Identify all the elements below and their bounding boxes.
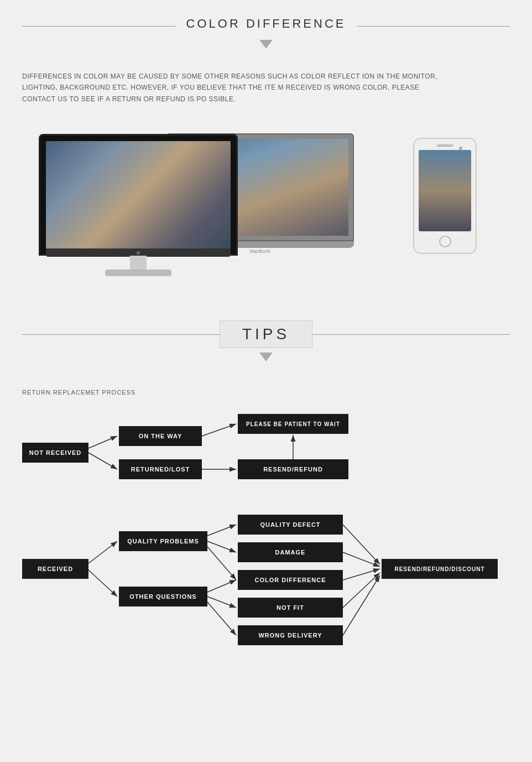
process-title: RETURN REPLACEMET PROCESS	[22, 389, 510, 396]
monitor-device: Jojo-m 50% Werde-on-Chair 10% Chel	[39, 134, 238, 276]
monitor-stand-neck	[130, 256, 147, 269]
box-not-received: NOT RECEIVED	[22, 443, 88, 463]
svg-rect-9	[92, 211, 131, 217]
svg-text:10%: 10%	[154, 205, 162, 209]
svg-rect-30	[433, 209, 456, 212]
svg-rect-24	[419, 150, 471, 231]
monitor-screen: Jojo-m 50% Werde-on-Chair 10% Chel	[46, 141, 231, 248]
box-resend-refund-discount: RESEND/REFUND/DISCOUNT	[382, 559, 498, 579]
box-other-questions: OTHER QUESTIONS	[119, 587, 207, 607]
box-quality-defect: QUALITY DEFECT	[238, 515, 343, 535]
svg-rect-1	[46, 141, 154, 248]
box-please-be-patient: PLEASE BE PATIENT TO WAIT	[238, 414, 348, 434]
svg-rect-29	[450, 170, 455, 180]
monitor-stand-base	[105, 269, 171, 276]
svg-point-25	[424, 150, 466, 210]
box-not-fit: NOT FIT	[238, 598, 343, 618]
svg-line-45	[343, 525, 380, 564]
color-diff-arrow-icon	[259, 40, 273, 49]
phone-speaker-icon	[437, 144, 453, 147]
phone-home-button	[439, 236, 451, 248]
devices-section: Jojo-m 50% Werde-on-Chair 10% Chel	[22, 121, 510, 276]
svg-line-37	[88, 541, 117, 563]
flow-diagram: NOT RECEIVED RECEIVED ON THE WAY RETURNE…	[22, 409, 510, 642]
monitor-image: Jojo-m 50% Werde-on-Chair 10% Chel	[46, 141, 231, 248]
svg-rect-4	[92, 170, 131, 225]
svg-line-40	[207, 541, 236, 552]
phone-device	[413, 138, 477, 254]
svg-rect-27	[434, 170, 455, 214]
svg-line-32	[88, 436, 117, 448]
tips-arrow-icon	[259, 353, 273, 361]
svg-line-43	[207, 597, 236, 608]
svg-line-46	[343, 552, 380, 567]
tips-line-right	[312, 334, 510, 335]
svg-point-3	[97, 142, 124, 172]
color-difference-header: COLOR DIFFERENCE	[22, 17, 510, 35]
svg-line-42	[207, 580, 236, 592]
tips-title: TIPS	[220, 320, 312, 348]
box-damage: DAMAGE	[238, 542, 343, 562]
svg-line-34	[202, 424, 236, 436]
svg-text:Werde-on-Chair: Werde-on-Chair	[154, 197, 181, 201]
svg-point-2	[57, 141, 144, 239]
page-container: COLOR DIFFERENCE DIFFERENCES IN COLOR MA…	[0, 0, 532, 664]
svg-line-39	[207, 525, 236, 536]
phone-image	[419, 150, 471, 231]
svg-text:50%: 50%	[154, 189, 162, 193]
svg-line-33	[88, 453, 117, 469]
box-color-difference: COLOR DIFFERENCE	[238, 570, 343, 590]
phone-body	[413, 138, 477, 254]
header-line-left	[22, 26, 175, 27]
svg-rect-6	[127, 170, 138, 186]
color-diff-description: DIFFERENCES IN COLOR MAY BE CAUSED BY SO…	[22, 71, 453, 105]
tips-line-left	[22, 334, 220, 335]
svg-point-7	[95, 141, 127, 163]
header-line-right	[357, 26, 510, 27]
svg-line-38	[88, 570, 117, 597]
tips-section-wrapper: TIPS	[22, 320, 510, 372]
box-returned-lost: RETURNED/LOST	[119, 459, 202, 479]
svg-rect-5	[87, 173, 106, 217]
svg-text:Chel: Chel	[154, 213, 163, 217]
svg-rect-21	[248, 164, 257, 178]
box-received: RECEIVED	[22, 559, 88, 579]
phone-screen	[419, 150, 471, 231]
svg-rect-28	[430, 172, 441, 205]
svg-line-44	[207, 602, 236, 635]
box-quality-problems: QUALITY PROBLEMS	[119, 531, 207, 551]
monitor-screen-wrapper: Jojo-m 50% Werde-on-Chair 10% Chel	[39, 134, 238, 256]
svg-point-26	[435, 150, 455, 172]
svg-line-41	[207, 547, 236, 580]
svg-text:Jojo-m: Jojo-m	[154, 180, 168, 185]
tips-header: TIPS	[22, 320, 510, 348]
color-difference-title: COLOR DIFFERENCE	[175, 17, 357, 31]
svg-rect-8	[95, 152, 100, 179]
box-wrong-delivery: WRONG DELIVERY	[238, 625, 343, 645]
box-resend-refund: RESEND/REFUND	[238, 459, 348, 479]
process-section: RETURN REPLACEMET PROCESS	[22, 383, 510, 647]
svg-line-49	[343, 576, 380, 635]
svg-rect-0	[46, 141, 231, 248]
box-on-the-way: ON THE WAY	[119, 426, 202, 446]
